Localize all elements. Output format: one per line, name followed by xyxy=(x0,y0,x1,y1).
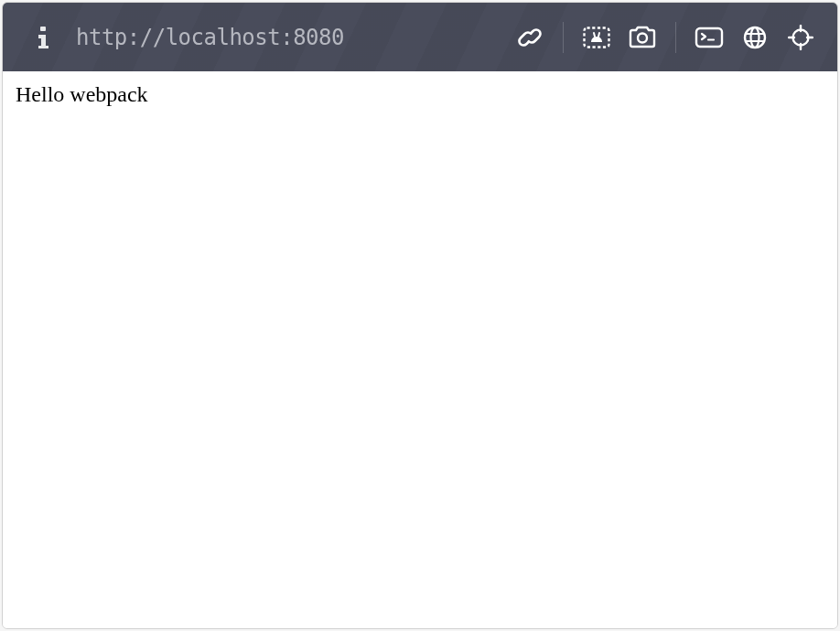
link-icon[interactable] xyxy=(513,21,546,54)
svg-point-9 xyxy=(751,27,759,48)
camera-icon[interactable] xyxy=(626,21,659,54)
toolbar: http://localhost:8080 xyxy=(3,3,837,71)
browser-window: http://localhost:8080 xyxy=(2,2,838,629)
page-body-text: Hello webpack xyxy=(16,82,824,107)
target-icon[interactable] xyxy=(784,21,817,54)
svg-rect-0 xyxy=(40,27,46,31)
svg-rect-6 xyxy=(696,28,722,47)
toolbar-divider xyxy=(563,22,564,53)
assets-icon[interactable] xyxy=(580,21,613,54)
globe-icon[interactable] xyxy=(738,21,771,54)
svg-rect-3 xyxy=(38,46,48,48)
toolbar-divider xyxy=(675,22,676,53)
svg-point-8 xyxy=(745,27,765,48)
terminal-icon[interactable] xyxy=(693,21,726,54)
url-input[interactable]: http://localhost:8080 xyxy=(76,25,513,50)
toolbar-actions xyxy=(513,21,817,54)
info-icon[interactable] xyxy=(30,25,56,50)
page-content: Hello webpack xyxy=(3,71,837,628)
svg-point-5 xyxy=(638,33,647,42)
